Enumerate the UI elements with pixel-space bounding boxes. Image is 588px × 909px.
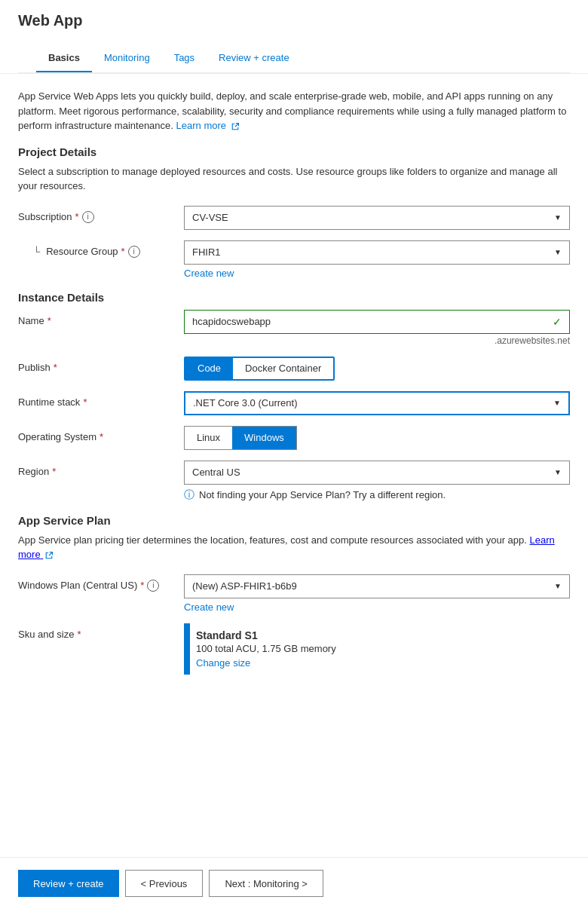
review-create-button[interactable]: Review + create <box>18 870 119 897</box>
region-label: Region * <box>18 461 184 477</box>
windows-plan-control: (New) ASP-FHIR1-b6b9 ▼ Create new <box>184 574 570 613</box>
runtime-stack-group: Runtime stack * .NET Core 3.0 (Current) … <box>18 391 570 415</box>
publish-code-btn[interactable]: Code <box>185 358 233 379</box>
resource-group-label: └ Resource Group * i <box>33 240 184 258</box>
runtime-stack-required: * <box>83 396 87 408</box>
tabs-bar: Basics Monitoring Tags Review + create <box>18 44 570 73</box>
main-content: App Service Web Apps lets you quickly bu… <box>0 74 588 857</box>
runtime-stack-control: .NET Core 3.0 (Current) ▼ <box>184 391 570 415</box>
windows-plan-label: Windows Plan (Central US) * i <box>18 574 184 592</box>
resource-group-select[interactable]: FHIR1 ▼ <box>184 240 570 265</box>
windows-plan-chevron-icon: ▼ <box>554 582 562 590</box>
instance-details-title: Instance Details <box>18 291 570 304</box>
sku-group: Sku and size * Standard S1 100 total ACU… <box>18 623 570 675</box>
project-details-desc: Select a subscription to manage deployed… <box>18 164 570 194</box>
resource-group-control: FHIR1 ▼ Create new <box>184 240 570 279</box>
tab-basics[interactable]: Basics <box>36 44 92 72</box>
sku-details: 100 total ACU, 1.75 GB memory <box>196 643 336 654</box>
publish-toggle: Code Docker Container <box>184 357 335 381</box>
change-size-link[interactable]: Change size <box>196 657 250 669</box>
runtime-stack-label: Runtime stack * <box>18 391 184 408</box>
runtime-stack-select[interactable]: .NET Core 3.0 (Current) ▼ <box>184 391 570 415</box>
sku-name: Standard S1 <box>196 629 336 641</box>
subscription-chevron-icon: ▼ <box>554 213 562 222</box>
name-suffix: .azurewebsites.net <box>184 335 570 346</box>
region-select[interactable]: Central US ▼ <box>184 461 570 485</box>
publish-label: Publish * <box>18 357 184 373</box>
subscription-select[interactable]: CV-VSE ▼ <box>184 206 570 230</box>
sku-container: Standard S1 100 total ACU, 1.75 GB memor… <box>184 623 570 675</box>
next-button[interactable]: Next : Monitoring > <box>209 870 323 897</box>
tab-monitoring[interactable]: Monitoring <box>92 44 162 72</box>
app-service-plan-desc: App Service plan pricing tier determines… <box>18 533 570 562</box>
tab-tags[interactable]: Tags <box>162 44 207 72</box>
page-title: Web App <box>18 12 570 38</box>
name-required: * <box>47 315 51 326</box>
resource-group-info-icon[interactable]: i <box>128 246 140 258</box>
sku-bar <box>184 623 190 675</box>
windows-plan-create-new[interactable]: Create new <box>184 601 234 613</box>
resource-group-create-new[interactable]: Create new <box>184 268 234 279</box>
subscription-control: CV-VSE ▼ <box>184 206 570 230</box>
os-toggle: Linux Windows <box>184 426 297 450</box>
name-control: hcapidocswebapp ✓ .azurewebsites.net <box>184 310 570 346</box>
sku-info: Standard S1 100 total ACU, 1.75 GB memor… <box>196 623 336 675</box>
region-chevron-icon: ▼ <box>554 468 562 476</box>
publish-required: * <box>54 362 57 373</box>
os-windows-btn[interactable]: Windows <box>232 427 296 449</box>
region-control: Central US ▼ ⓘ Not finding your App Serv… <box>184 461 570 502</box>
resource-group-group: └ Resource Group * i FHIR1 ▼ Create new <box>33 240 570 279</box>
os-required: * <box>100 431 103 442</box>
resource-group-required: * <box>121 246 125 257</box>
learn-more-link[interactable]: Learn more <box>176 120 240 131</box>
subscription-label: Subscription * i <box>18 206 184 223</box>
name-label: Name * <box>18 310 184 326</box>
app-service-plan-title: App Service Plan <box>18 514 570 527</box>
region-hint: ⓘ Not finding your App Service Plan? Try… <box>184 488 570 502</box>
region-required: * <box>52 466 56 477</box>
windows-plan-info-icon[interactable]: i <box>147 580 159 592</box>
os-linux-btn[interactable]: Linux <box>185 427 232 449</box>
region-group: Region * Central US ▼ ⓘ Not finding your… <box>18 461 570 502</box>
sku-required: * <box>77 629 81 640</box>
page-container: Web App Basics Monitoring Tags Review + … <box>0 0 588 909</box>
os-label: Operating System * <box>18 426 184 442</box>
name-input[interactable]: hcapidocswebapp ✓ <box>184 310 570 334</box>
publish-group: Publish * Code Docker Container <box>18 357 570 381</box>
sku-control: Standard S1 100 total ACU, 1.75 GB memor… <box>184 623 570 675</box>
project-details-title: Project Details <box>18 145 570 158</box>
subscription-info-icon[interactable]: i <box>82 211 94 223</box>
os-group: Operating System * Linux Windows <box>18 426 570 450</box>
publish-control: Code Docker Container <box>184 357 570 381</box>
footer: Review + create < Previous Next : Monito… <box>0 857 588 909</box>
runtime-stack-chevron-icon: ▼ <box>553 399 561 407</box>
subscription-required: * <box>75 211 79 222</box>
publish-docker-btn[interactable]: Docker Container <box>233 358 333 379</box>
page-description: App Service Web Apps lets you quickly bu… <box>18 89 570 133</box>
name-valid-icon: ✓ <box>553 316 562 328</box>
resource-group-chevron-icon: ▼ <box>554 248 562 256</box>
tab-review-create[interactable]: Review + create <box>207 44 302 72</box>
region-hint-icon: ⓘ <box>184 488 194 502</box>
subscription-group: Subscription * i CV-VSE ▼ <box>18 206 570 230</box>
header: Web App Basics Monitoring Tags Review + … <box>0 0 588 74</box>
windows-plan-group: Windows Plan (Central US) * i (New) ASP-… <box>18 574 570 613</box>
sku-label: Sku and size * <box>18 623 184 640</box>
name-group: Name * hcapidocswebapp ✓ .azurewebsites.… <box>18 310 570 346</box>
windows-plan-select[interactable]: (New) ASP-FHIR1-b6b9 ▼ <box>184 574 570 598</box>
windows-plan-required: * <box>140 580 144 591</box>
os-control: Linux Windows <box>184 426 570 450</box>
previous-button[interactable]: < Previous <box>125 870 204 897</box>
